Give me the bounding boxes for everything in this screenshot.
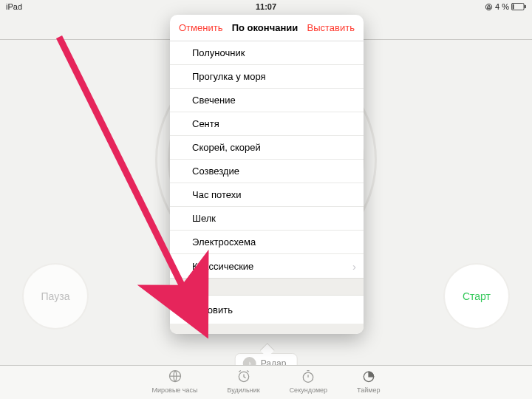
item-label: Шелк (192, 213, 216, 224)
status-bar: iPad 11:07 4 % (0, 0, 532, 13)
stop-playing-item[interactable]: Остановить (170, 296, 364, 324)
start-button[interactable]: Старт (445, 265, 508, 328)
tab-label: Таймер (357, 386, 380, 394)
item-label: Классические (192, 261, 253, 272)
svg-rect-2 (525, 5, 526, 8)
list-item[interactable]: Электросхема (170, 231, 364, 254)
tab-timer[interactable]: Таймер (357, 369, 380, 399)
timer-icon (361, 369, 376, 385)
stop-label: Остановить (180, 304, 233, 316)
item-label: Час потехи (192, 189, 242, 200)
list-item[interactable]: Шелк (170, 207, 364, 231)
item-label: Свечение (192, 95, 236, 106)
sound-list[interactable]: Полуночник Прогулка у моря Свечение Сент… (170, 41, 364, 278)
list-item[interactable]: Час потехи (170, 183, 364, 207)
alarm-icon (236, 369, 251, 385)
globe-icon (168, 369, 183, 385)
list-item[interactable]: Классические› (170, 254, 364, 278)
list-item[interactable]: Полуночник (170, 41, 364, 65)
section-gap (170, 278, 364, 296)
pause-label: Пауза (41, 290, 70, 302)
tab-label: Будильник (228, 386, 260, 394)
pause-button[interactable]: Пауза (24, 265, 87, 328)
tab-label: Секундомер (290, 386, 327, 394)
tab-alarm[interactable]: Будильник (228, 369, 260, 399)
item-label: Скорей, скорей (192, 142, 261, 153)
set-button[interactable]: Выставить (307, 22, 355, 33)
stopwatch-icon (301, 369, 316, 385)
tab-label: Мировые часы (152, 386, 198, 394)
status-time: 11:07 (256, 2, 276, 11)
tab-world-clock[interactable]: Мировые часы (152, 369, 198, 399)
item-label: Сентя (192, 118, 219, 129)
list-item[interactable]: Свечение (170, 89, 364, 112)
list-item[interactable]: Сентя (170, 112, 364, 136)
item-label: Электросхема (192, 236, 256, 248)
device-label: iPad (6, 2, 22, 11)
list-item[interactable]: Скорей, скорей (170, 136, 364, 160)
list-item[interactable]: Прогулка у моря (170, 65, 364, 89)
rotation-lock-icon (485, 3, 493, 11)
svg-rect-3 (513, 4, 514, 10)
tab-stopwatch[interactable]: Секундомер (290, 369, 327, 399)
cancel-button[interactable]: Отменить (179, 22, 222, 33)
chevron-right-icon: › (352, 260, 356, 273)
popover-title: По окончании (232, 22, 299, 33)
item-label: Полуночник (192, 47, 245, 58)
battery-icon (511, 3, 526, 10)
tab-bar: Мировые часы Будильник Секундомер Таймер (0, 365, 532, 399)
item-label: Прогулка у моря (192, 71, 266, 82)
popover-footer (170, 324, 364, 334)
item-label: Созвездие (192, 166, 239, 177)
start-label: Старт (463, 290, 491, 302)
popover-header: Отменить По окончании Выставить (170, 15, 364, 41)
status-right: 4 % (485, 2, 526, 11)
battery-percent: 4 % (495, 2, 509, 11)
list-item[interactable]: Созвездие (170, 160, 364, 183)
when-timer-ends-popover: Отменить По окончании Выставить Полуночн… (170, 15, 364, 334)
